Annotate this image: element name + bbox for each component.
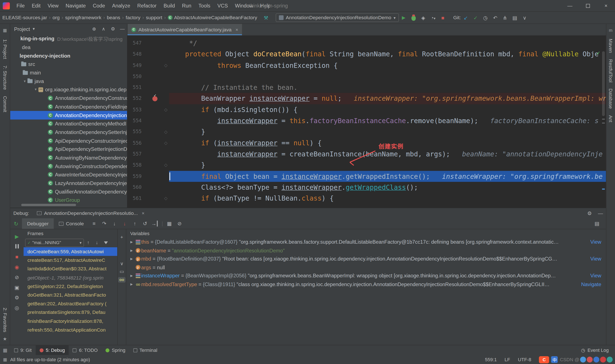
settings-gear-icon[interactable]: ⚙ xyxy=(14,295,19,300)
fold-marker-icon[interactable]: ◇ xyxy=(164,107,168,112)
code-line[interactable]: 552 BeanWrapper instanceWrapper = null; … xyxy=(127,93,606,104)
toolwindow-button-spring[interactable]: Spring xyxy=(102,345,129,355)
locate-icon[interactable]: ⊕ xyxy=(90,26,99,32)
step-out-icon[interactable]: ↑ xyxy=(130,221,140,227)
project-tree-item[interactable]: main xyxy=(10,68,127,77)
force-step-into-icon[interactable]: ↓ xyxy=(120,221,130,227)
close-icon[interactable]: × xyxy=(236,27,238,32)
variable-view-link[interactable]: View xyxy=(587,239,606,245)
toolwindow-button-terminal[interactable]: Terminal xyxy=(129,345,161,355)
stack-frame-row[interactable]: preInstantiateSingletons:879, Defau xyxy=(24,308,117,317)
rerun-icon[interactable]: ↻ xyxy=(10,221,22,227)
rollback-icon[interactable]: ↶ xyxy=(490,15,500,21)
project-tree-item[interactable]: src xyxy=(10,60,127,68)
next-frame-icon[interactable]: ↓ xyxy=(93,240,101,245)
tab-debugger[interactable]: Debugger xyxy=(22,218,54,229)
toolwindow-button-debug[interactable]: 5: Debug xyxy=(36,345,69,355)
prev-frame-icon[interactable]: ↑ xyxy=(84,240,93,245)
profiler-button[interactable]: ◔▾ xyxy=(428,15,438,21)
menu-tools[interactable]: Tools xyxy=(195,0,214,12)
project-tree-item[interactable]: CAutowiringConstructorDepender xyxy=(10,162,127,170)
menu-refactor[interactable]: Refactor xyxy=(134,0,160,12)
project-tree-item[interactable]: CAnnotationDependencyMethodI xyxy=(10,119,127,128)
fold-marker-icon[interactable]: ◇ xyxy=(164,130,168,134)
code-line[interactable]: 556◇ if (instanceWrapper == null) { xyxy=(127,137,606,148)
gutter[interactable] xyxy=(145,38,169,49)
step-over-icon[interactable]: ↷ xyxy=(99,221,109,227)
tree-expand-arrow-icon[interactable]: ▼ xyxy=(33,88,39,91)
hide-panel-icon[interactable]: — xyxy=(595,210,606,216)
gutter[interactable] xyxy=(145,93,169,104)
tool-stripe-favorites[interactable]: 2: Favorites xyxy=(2,308,8,332)
line-number[interactable]: 550 xyxy=(127,71,145,82)
code-line[interactable]: 553◇ if (mbd.isSingleton()) { xyxy=(127,104,606,115)
view-breakpoints-icon[interactable]: ▦ xyxy=(164,221,174,227)
tool-stripe-database[interactable]: Database xyxy=(608,89,614,109)
chevron-down-icon[interactable]: ▼ xyxy=(32,27,35,31)
gutter[interactable]: ◇ xyxy=(145,126,169,137)
project-tree-item[interactable]: CLazyAnnotationDependencyInjec xyxy=(10,179,127,188)
variable-row[interactable]: ▶pmbd = {RootBeanDefinition@2037} "Root … xyxy=(126,255,606,263)
favorites-star-icon[interactable]: ★ xyxy=(3,336,7,342)
project-stripe-icon[interactable]: ▦ xyxy=(3,28,7,33)
breadcrumb-item[interactable]: org xyxy=(52,15,60,21)
line-number[interactable]: 547 xyxy=(127,38,145,49)
stack-frame-row[interactable]: refresh:550, AbstractApplicationCon xyxy=(24,325,117,334)
run-to-cursor-icon[interactable]: → xyxy=(150,221,160,227)
variable-row[interactable]: ▶oombd.resolvedTargetType = {Class@1911}… xyxy=(126,280,606,288)
expand-arrow-icon[interactable]: ▶ xyxy=(129,283,134,286)
tool-stripe-maven[interactable]: Maven xyxy=(608,39,614,53)
collapse-all-icon[interactable]: ∧ xyxy=(99,26,108,32)
layout-menu-icon[interactable]: ≡ xyxy=(89,221,99,227)
toolwindow-button-git[interactable]: 9: Git xyxy=(10,345,36,355)
project-tree-item[interactable]: CUserGroup xyxy=(10,196,127,204)
thread-dump-camera-icon[interactable]: ▣ xyxy=(14,285,19,290)
run-configuration-select[interactable]: AnnotationDependencyInjectionResolutionD… xyxy=(276,13,399,22)
gutter[interactable] xyxy=(145,171,169,182)
code-line[interactable]: 548 protected Object doCreateBean(final … xyxy=(127,49,606,60)
debug-session-tab[interactable]: › AnnotationDependencyInjectionResolutio… xyxy=(37,210,144,216)
drop-frame-icon[interactable]: ↺ xyxy=(140,221,150,227)
gear-icon[interactable]: ⚙ xyxy=(584,210,595,216)
line-number[interactable]: 552 xyxy=(127,93,145,104)
coverage-button[interactable]: ◈ xyxy=(418,15,428,21)
fold-marker-icon[interactable]: ◇ xyxy=(164,196,168,201)
tool-stripe-restfultool[interactable]: RestfulTool xyxy=(608,59,614,82)
breadcrumb-item[interactable]: CAbstractAutowireCapableBeanFactory xyxy=(167,15,258,21)
project-tree-item[interactable]: CAutowiringByNameDependencyS xyxy=(10,153,127,162)
view-breakpoints-icon[interactable]: ◉ xyxy=(15,265,19,270)
menu-view[interactable]: View xyxy=(44,0,62,12)
fold-marker-icon[interactable]: ◇ xyxy=(164,163,168,167)
expand-arrow-icon[interactable]: ▶ xyxy=(129,249,134,252)
copy-icon[interactable]: ▭ xyxy=(120,269,124,274)
line-number[interactable]: 548 xyxy=(127,49,145,60)
pin-icon[interactable]: ◎ xyxy=(15,305,19,311)
code-line[interactable]: 554 instanceWrapper = this.factoryBeanIn… xyxy=(127,115,606,126)
gutter[interactable] xyxy=(145,148,169,160)
project-tree-item[interactable]: lependency-injection xyxy=(10,52,127,60)
variable-view-link[interactable]: View xyxy=(587,256,606,262)
chevron-down-icon[interactable]: ∨ xyxy=(120,261,123,266)
restore-layout-icon[interactable]: ▤ xyxy=(592,221,602,227)
code-line[interactable]: 550 xyxy=(127,71,606,82)
menu-analyze[interactable]: Analyze xyxy=(108,0,134,12)
toolwindow-button-todo[interactable]: 6: TODO xyxy=(69,345,102,355)
horizontal-scrollbar[interactable] xyxy=(21,204,76,206)
debug-button[interactable] xyxy=(409,15,418,21)
maven-icon[interactable]: m xyxy=(609,28,613,32)
variable-view-link[interactable]: View xyxy=(587,273,606,279)
breadcrumb-item[interactable]: support xyxy=(145,15,163,21)
tool-stripe-ant[interactable]: Ant xyxy=(608,115,614,122)
variable-row[interactable]: ▶this = {DefaultListableBeanFactory@1607… xyxy=(126,238,606,246)
stop-button[interactable]: ■ xyxy=(438,15,448,21)
event-log-button[interactable]: ◷ Event Log xyxy=(581,347,615,353)
menu-edit[interactable]: Edit xyxy=(28,0,44,12)
hide-panel-icon[interactable]: — xyxy=(118,26,127,32)
menu-vcs[interactable]: VCS xyxy=(214,0,231,12)
variable-row[interactable]: ▶pbeanName = "annotationDependencyInject… xyxy=(126,246,606,255)
stack-frame-row[interactable]: lambda$doGetBean$0:323, Abstract xyxy=(24,265,117,273)
update-project-icon[interactable]: ↙ xyxy=(461,15,471,21)
code-line[interactable]: 551 // Instantiate the bean. xyxy=(127,82,606,93)
chevron-down-icon[interactable]: ∨ xyxy=(520,15,530,21)
project-tree-item[interactable]: ▼java xyxy=(10,77,127,86)
